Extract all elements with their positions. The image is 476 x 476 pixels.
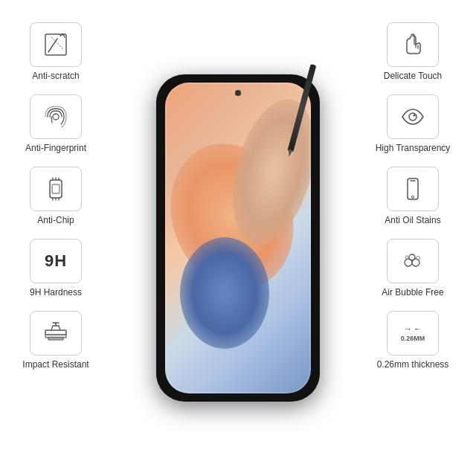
svg-rect-13	[45, 335, 66, 338]
impact-icon	[42, 320, 69, 347]
left-features-column: Anti-scratch Anti-Fingerprint	[7, 22, 104, 370]
anti-chip-label: Anti-Chip	[37, 215, 74, 225]
touch-icon	[399, 31, 426, 58]
chip-icon	[42, 176, 69, 202]
impact-icon-box	[30, 311, 82, 356]
9h-hardness-label: 9H Hardness	[30, 287, 82, 298]
anti-oil-stains-label: Anti Oil Stains	[385, 215, 440, 225]
phone-screen	[165, 83, 311, 393]
high-transparency-icon-box	[387, 94, 439, 139]
anti-fingerprint-icon-box	[30, 94, 82, 139]
svg-rect-12	[45, 330, 66, 335]
svg-line-1	[48, 39, 57, 52]
svg-point-19	[412, 196, 414, 199]
feature-9h-hardness: 9H 9H Hardness	[7, 239, 104, 298]
phone-small-icon	[399, 176, 426, 202]
anti-scratch-label: Anti-scratch	[32, 71, 79, 81]
delicate-touch-icon-box	[387, 22, 439, 67]
anti-oil-icon-box	[387, 167, 439, 211]
feature-anti-chip: Anti-Chip	[7, 167, 104, 225]
air-bubble-icon-box	[387, 239, 439, 283]
bubbles-icon	[399, 248, 426, 274]
9h-icon-box: 9H	[30, 239, 82, 283]
feature-impact-resistant: Impact Resistant	[7, 311, 104, 370]
svg-rect-11	[52, 184, 60, 193]
svg-point-16	[409, 113, 416, 120]
anti-fingerprint-label: Anti-Fingerprint	[25, 143, 86, 153]
eye-icon	[399, 103, 426, 130]
thickness-label: 0.26mm thickness	[377, 359, 449, 370]
feature-anti-scratch: Anti-scratch	[7, 22, 104, 81]
svg-rect-4	[50, 180, 62, 198]
delicate-touch-label: Delicate Touch	[384, 71, 443, 81]
main-container: Anti-scratch Anti-Fingerprint	[0, 0, 476, 476]
high-transparency-label: High Transparency	[376, 143, 451, 153]
impact-resistant-label: Impact Resistant	[22, 359, 89, 370]
right-features-column: Delicate Touch High Transparency	[357, 22, 469, 370]
feature-anti-fingerprint: Anti-Fingerprint	[7, 94, 104, 153]
fingerprint-icon	[42, 103, 69, 130]
air-bubble-free-label: Air Bubble Free	[382, 287, 443, 298]
thickness-value: 0.26MM	[401, 335, 425, 342]
thickness-icon-box: → ← 0.26MM	[387, 311, 439, 356]
feature-anti-oil-stains: Anti Oil Stains	[357, 167, 469, 225]
svg-point-17	[414, 115, 416, 117]
feature-delicate-touch: Delicate Touch	[357, 22, 469, 81]
thickness-arrows: → ←	[404, 324, 422, 333]
svg-rect-14	[48, 338, 63, 340]
glass-overlay	[165, 83, 311, 393]
feature-air-bubble-free: Air Bubble Free	[357, 239, 469, 298]
phone-notch	[235, 90, 241, 96]
anti-chip-icon-box	[30, 167, 82, 211]
scratch-icon	[42, 31, 69, 58]
svg-point-3	[53, 114, 59, 120]
svg-point-24	[405, 256, 408, 259]
left-arrow: →	[404, 324, 412, 333]
phone-mockup	[156, 74, 320, 402]
feature-high-transparency: High Transparency	[357, 94, 469, 153]
right-arrow: ←	[414, 324, 422, 333]
feature-thickness: → ← 0.26MM 0.26mm thickness	[357, 311, 469, 370]
9h-text: 9H	[45, 251, 67, 271]
anti-scratch-icon-box	[30, 22, 82, 67]
svg-point-23	[409, 254, 415, 260]
